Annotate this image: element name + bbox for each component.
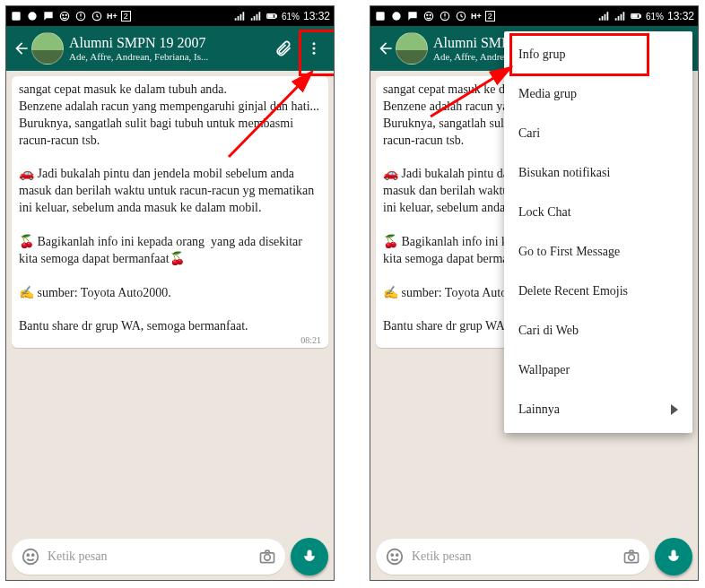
arrow-left-icon	[13, 39, 30, 57]
message-input[interactable]: Ketik pesan	[376, 539, 649, 575]
menu-item-media-grup[interactable]: Media grup	[504, 74, 692, 114]
svg-point-13	[23, 549, 39, 565]
svg-point-11	[313, 48, 316, 50]
group-avatar[interactable]	[396, 32, 428, 65]
svg-rect-9	[268, 15, 273, 17]
mic-button[interactable]	[655, 538, 692, 575]
options-menu: Info grup Media grup Cari Bisukan notifi…	[504, 31, 692, 433]
signal-icon	[233, 10, 246, 22]
camera-icon[interactable]	[258, 548, 276, 566]
message-text: sangat cepat masuk ke dalam tubuh anda. …	[19, 82, 321, 335]
warn-icon	[74, 10, 87, 22]
menu-item-info-grup[interactable]: Info grup	[504, 35, 692, 74]
message-time: 08:21	[300, 334, 321, 347]
mic-icon	[300, 548, 318, 566]
menu-item-wallpaper[interactable]: Wallpaper	[504, 350, 692, 390]
svg-point-1	[28, 12, 36, 20]
group-avatar[interactable]	[31, 32, 64, 65]
menu-item-lainnya[interactable]: Lainnya	[504, 390, 692, 429]
paperclip-icon	[274, 39, 292, 57]
chat-icon	[42, 10, 55, 22]
network-h-icon: H+	[471, 12, 482, 21]
signal-icon	[249, 10, 262, 22]
svg-point-10	[313, 42, 316, 45]
menu-item-cari[interactable]: Cari	[504, 114, 692, 153]
sim2-icon: 2	[485, 11, 495, 22]
battery-text: 61%	[282, 12, 300, 22]
bbm-icon	[26, 10, 39, 22]
battery-text: 61%	[646, 12, 664, 22]
clock-icon	[455, 10, 467, 22]
battery-icon	[265, 10, 278, 22]
svg-point-20	[392, 12, 400, 20]
svg-point-33	[391, 554, 393, 556]
phone-screenshot-left: H+ 2 61% 13:32 Alumni SMPN 19 2007 Ade, …	[5, 5, 335, 581]
back-button[interactable]	[376, 39, 396, 57]
menu-item-cari-web[interactable]: Cari di Web	[504, 311, 692, 350]
mic-icon	[665, 548, 683, 566]
notif-icon	[10, 10, 22, 22]
svg-rect-0	[12, 12, 20, 20]
svg-point-3	[63, 14, 64, 15]
mic-button[interactable]	[291, 538, 328, 575]
svg-rect-27	[640, 15, 640, 17]
attach-button[interactable]	[274, 39, 292, 57]
chat-subtitle: Ade, Affre, Andrean, Febriana, Is...	[69, 51, 274, 62]
svg-point-34	[396, 554, 398, 556]
camera-icon[interactable]	[622, 548, 640, 566]
svg-point-32	[387, 549, 403, 565]
smiley-icon	[58, 10, 71, 22]
signal-icon	[597, 10, 610, 22]
svg-rect-8	[275, 15, 276, 17]
chevron-right-icon	[671, 404, 678, 415]
signal-icon	[614, 10, 626, 22]
battery-icon	[630, 10, 642, 22]
smiley-icon	[422, 10, 435, 22]
svg-point-12	[313, 52, 316, 55]
svg-rect-28	[632, 15, 637, 17]
svg-point-22	[427, 14, 428, 15]
emoji-icon[interactable]	[21, 547, 40, 566]
sim2-icon: 2	[121, 11, 131, 22]
svg-point-2	[60, 12, 68, 20]
status-bar: H+ 2 61% 13:32	[370, 6, 698, 26]
menu-item-first-message[interactable]: Go to First Message	[504, 232, 692, 272]
chat-body[interactable]: sangat cepat masuk ke dalam tubuh anda. …	[6, 71, 334, 533]
svg-point-23	[430, 14, 431, 15]
phone-screenshot-right: H+ 2 61% 13:32 Alumni SMPN 19 2007 Ade, …	[370, 5, 699, 581]
more-options-button[interactable]	[305, 39, 323, 57]
svg-point-21	[424, 12, 432, 20]
arrow-left-icon	[377, 39, 395, 57]
menu-item-lock-chat[interactable]: Lock Chat	[504, 193, 692, 232]
chat-icon	[406, 10, 419, 22]
back-button[interactable]	[12, 39, 31, 57]
status-bar: H+ 2 61% 13:32	[6, 6, 334, 26]
emoji-icon[interactable]	[385, 547, 405, 566]
clock-icon	[91, 10, 103, 22]
chat-title: Alumni SMPN 19 2007	[69, 35, 274, 51]
message-input[interactable]: Ketik pesan	[12, 539, 285, 575]
header-titles[interactable]: Alumni SMPN 19 2007 Ade, Affre, Andrean,…	[69, 35, 274, 62]
svg-point-15	[32, 554, 34, 556]
bbm-icon	[390, 10, 403, 22]
menu-item-delete-emojis[interactable]: Delete Recent Emojis	[504, 272, 692, 311]
clock-text: 13:32	[303, 10, 330, 22]
network-h-icon: H+	[107, 12, 118, 21]
svg-point-14	[27, 554, 29, 556]
input-bar: Ketik pesan	[370, 533, 698, 580]
message-bubble[interactable]: sangat cepat masuk ke dalam tubuh anda. …	[12, 76, 328, 348]
svg-point-4	[65, 14, 66, 15]
svg-point-36	[629, 555, 635, 561]
more-vert-icon	[306, 40, 322, 56]
input-placeholder: Ketik pesan	[412, 549, 615, 564]
input-placeholder: Ketik pesan	[48, 549, 251, 564]
warn-icon	[439, 10, 451, 22]
svg-point-17	[265, 555, 271, 561]
input-bar: Ketik pesan	[6, 533, 334, 580]
chat-header[interactable]: Alumni SMPN 19 2007 Ade, Affre, Andrean,…	[6, 26, 334, 71]
menu-item-bisukan[interactable]: Bisukan notifikasi	[504, 153, 692, 193]
notif-icon	[374, 10, 387, 22]
svg-rect-19	[376, 12, 384, 20]
clock-text: 13:32	[667, 10, 694, 22]
